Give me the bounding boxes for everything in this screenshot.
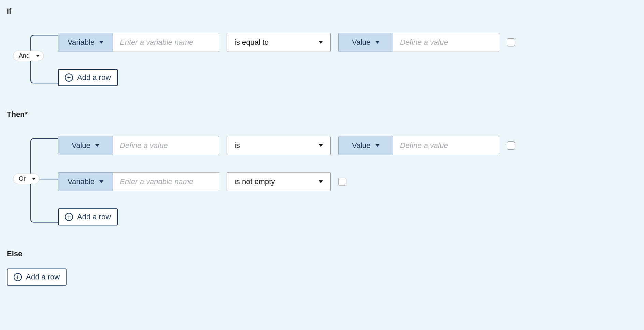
if-block: And Variable is equal to Value [7, 33, 637, 86]
left-value-input[interactable] [113, 33, 219, 52]
type-label: Value [352, 141, 371, 150]
condition-row: Variable is equal to Value [58, 33, 637, 52]
type-label: Variable [68, 177, 95, 186]
chevron-down-icon [32, 178, 36, 180]
right-value-input[interactable] [393, 136, 499, 155]
add-row-label: Add a row [77, 212, 111, 221]
chevron-down-icon [36, 55, 40, 57]
operator-select[interactable]: is not empty [227, 172, 331, 191]
right-type-select[interactable]: Value [339, 136, 393, 155]
left-type-select[interactable]: Variable [58, 173, 113, 191]
operator-select[interactable]: is equal to [227, 33, 331, 52]
left-value-input[interactable] [113, 173, 219, 191]
add-row-button[interactable]: + Add a row [7, 269, 67, 286]
type-label: Variable [68, 38, 95, 47]
right-value-input[interactable] [393, 33, 499, 52]
operator-label: is [234, 141, 240, 150]
right-operand: Value [338, 136, 499, 155]
operator-select[interactable]: is [227, 136, 331, 155]
add-row-label: Add a row [77, 73, 111, 82]
right-type-select[interactable]: Value [339, 33, 393, 52]
then-block: Or Value is Value [7, 136, 637, 225]
caret-down-icon [99, 41, 103, 44]
add-row-row: + Add a row [58, 69, 637, 86]
add-row-button[interactable]: + Add a row [58, 208, 118, 225]
left-operand: Variable [58, 172, 219, 191]
else-block: + Add a row [7, 269, 637, 286]
then-logic-operator-select[interactable]: Or [13, 174, 40, 184]
if-logic-operator-select[interactable]: And [13, 51, 44, 61]
left-operand: Value [58, 136, 219, 155]
plus-circle-icon: + [65, 73, 73, 82]
plus-circle-icon: + [65, 213, 73, 221]
add-row-button[interactable]: + Add a row [58, 69, 118, 86]
then-section-label: Then* [7, 110, 637, 119]
caret-down-icon [99, 180, 103, 183]
logic-operator-label: Or [19, 175, 26, 182]
condition-row: Value is Value [58, 136, 637, 155]
row-checkbox[interactable] [338, 178, 346, 186]
type-label: Value [72, 141, 90, 150]
add-row-label: Add a row [26, 273, 60, 281]
chevron-down-icon [319, 180, 323, 183]
logic-operator-label: And [19, 52, 30, 59]
caret-down-icon [375, 41, 380, 44]
if-section-label: If [7, 7, 637, 16]
row-checkbox[interactable] [507, 141, 515, 150]
plus-circle-icon: + [14, 273, 22, 281]
add-row-row: + Add a row [58, 208, 637, 225]
left-type-select[interactable]: Value [58, 136, 113, 155]
chevron-down-icon [319, 144, 323, 147]
caret-down-icon [95, 144, 99, 147]
condition-row: Variable is not empty [58, 172, 637, 191]
chevron-down-icon [319, 41, 323, 44]
operator-label: is not empty [234, 177, 275, 186]
operator-label: is equal to [234, 38, 269, 47]
else-section-label: Else [7, 249, 637, 258]
left-type-select[interactable]: Variable [58, 33, 113, 52]
type-label: Value [352, 38, 371, 47]
left-value-input[interactable] [113, 136, 219, 155]
right-operand: Value [338, 33, 499, 52]
caret-down-icon [375, 144, 380, 147]
row-checkbox[interactable] [507, 38, 515, 46]
left-operand: Variable [58, 33, 219, 52]
